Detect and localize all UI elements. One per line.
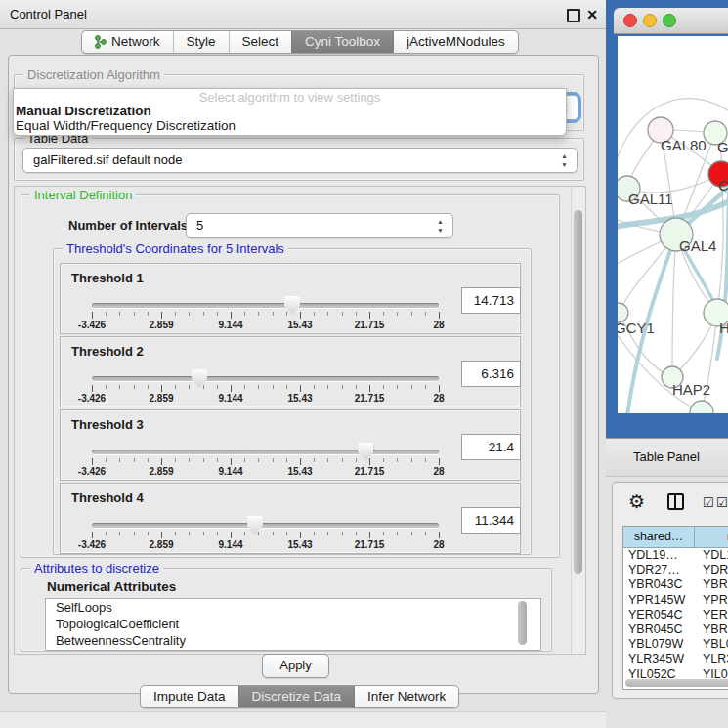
threshold-value[interactable]: 14.713 <box>461 287 521 314</box>
algorithm-option-equal-width[interactable]: Equal Width/Frequency Discretization <box>16 118 236 133</box>
slider-track[interactable] <box>92 303 439 308</box>
zoom-traffic-light[interactable] <box>664 15 676 27</box>
table-row[interactable]: YBR043CYBR0 <box>623 578 728 592</box>
panel-footer <box>0 711 606 728</box>
node-label: HAP2 <box>672 381 710 398</box>
table-cell: YDR2 <box>699 563 728 578</box>
column-header-shared-name[interactable]: shared… <box>623 527 695 547</box>
close-traffic-light[interactable] <box>624 15 637 27</box>
number-of-intervals-combo[interactable]: 5 ▲▼ <box>186 213 453 238</box>
right-panel: GAL80 GA C GAL11 GAL4 GCY1 H HAP2 Table … <box>606 0 728 728</box>
tab-label: jActiveMNodules <box>407 31 505 53</box>
control-panel-titlebar: Control Panel ✕ <box>0 0 606 29</box>
slider-track[interactable] <box>92 376 439 381</box>
screenshot-root: Control Panel ✕ Network Style Select Cyn… <box>0 0 728 728</box>
float-window-icon[interactable] <box>567 9 580 22</box>
bottom-tab-bar: Impute Data Discretize Data Infer Networ… <box>140 685 459 708</box>
attributes-scrollbar[interactable] <box>518 601 527 645</box>
tab-style[interactable]: Style <box>173 31 229 53</box>
threshold-box: Threshold 1 -3.4262.8599.14415.4321.7152… <box>60 263 521 334</box>
table-row[interactable]: YER054CYER0 <box>623 608 728 622</box>
attribute-item[interactable]: BetweennessCentrality <box>46 632 540 649</box>
group-title: Threshold's Coordinates for 5 Intervals <box>63 241 288 256</box>
table-data-combo[interactable]: galFiltered.sif default node ▲▼ <box>22 148 578 173</box>
table-cell: YBR0 <box>699 578 728 592</box>
columns-icon[interactable] <box>667 493 684 510</box>
threshold-slider[interactable]: -3.4262.8599.14415.4321.71528 <box>92 376 439 406</box>
table-panel-titlebar: Table Panel <box>606 439 728 477</box>
threshold-slider[interactable]: -3.4262.8599.14415.4321.71528 <box>92 303 439 332</box>
attribute-item[interactable]: TopologicalCoefficient <box>46 616 540 632</box>
minimize-traffic-light[interactable] <box>644 15 657 27</box>
traffic-lights <box>614 8 692 33</box>
threshold-box: Threshold 2 -3.4262.8599.14415.4321.7152… <box>60 336 521 407</box>
interval-definition-group: Interval Definition Number of Intervals … <box>21 194 560 558</box>
network-window-titlebar <box>614 8 728 34</box>
tab-infer-network[interactable]: Infer Network <box>354 686 458 707</box>
control-panel: Control Panel ✕ Network Style Select Cyn… <box>0 0 606 728</box>
tab-jactivemnodules[interactable]: jActiveMNodules <box>393 31 518 53</box>
table-row[interactable]: YBL079WYBL0 <box>623 637 728 652</box>
table-row[interactable]: YLR345WYLR3 <box>623 652 728 666</box>
tab-discretize-data[interactable]: Discretize Data <box>238 686 355 707</box>
tab-network[interactable]: Network <box>82 31 173 53</box>
table-cell: YDL1 <box>699 548 728 563</box>
threshold-slider[interactable]: -3.4262.8599.14415.4321.71528 <box>92 523 439 552</box>
table-row[interactable]: YBR045CYBR0 <box>623 622 728 637</box>
table-cell: YBR045C <box>623 622 699 637</box>
network-canvas[interactable]: GAL80 GA C GAL11 GAL4 GCY1 H HAP2 <box>618 36 728 413</box>
threshold-slider[interactable]: -3.4262.8599.14415.4321.71528 <box>92 450 439 479</box>
tab-label: Select <box>242 31 279 53</box>
node-label: GA <box>717 139 728 155</box>
attribute-item[interactable]: SelfLoops <box>46 599 540 616</box>
tab-impute-data[interactable]: Impute Data <box>141 686 238 707</box>
table-data-group: Table Data galFiltered.sif default node … <box>14 138 584 181</box>
table-cell: YPR145W <box>623 593 699 608</box>
apply-button[interactable]: Apply <box>262 654 329 678</box>
tab-label: Discretize Data <box>252 686 342 707</box>
table-row[interactable]: YDL19…YDL1 <box>623 548 728 563</box>
table-cell: YDR27… <box>623 563 699 578</box>
slider-ticks <box>92 384 439 392</box>
checkbox-icon[interactable]: ☑ <box>703 496 714 509</box>
node-label: C <box>718 177 728 193</box>
vertical-scrollbar[interactable] <box>571 187 585 654</box>
gear-icon[interactable]: ⚙ <box>628 491 645 514</box>
threshold-label: Threshold 2 <box>71 344 144 359</box>
horizontal-scrollbar[interactable] <box>625 679 728 687</box>
column-header-name[interactable]: n <box>695 527 728 547</box>
slider-track[interactable] <box>92 450 439 454</box>
tab-cyni-toolbox[interactable]: Cyni Toolbox <box>291 31 393 53</box>
threshold-value[interactable]: 11.344 <box>461 507 521 534</box>
tab-label: Infer Network <box>367 686 446 707</box>
group-title: Discretization Algorithm <box>23 67 164 82</box>
node-table: shared… n YDL19…YDL1YDR27…YDR2YBR043CYBR… <box>622 526 728 690</box>
algorithm-option-manual[interactable]: Manual Discretization <box>16 104 151 118</box>
table-row[interactable]: YDR27…YDR2 <box>623 563 728 578</box>
slider-ticks <box>92 311 439 319</box>
node-bottom-partial[interactable] <box>690 401 713 413</box>
table-panel: Table Panel ⚙ ☑ ☑ shared… n YDL19…YDL1YD… <box>606 438 728 728</box>
tab-select[interactable]: Select <box>229 31 292 53</box>
threshold-label: Threshold 3 <box>71 417 144 432</box>
thresholds-group: Threshold's Coordinates for 5 Intervals … <box>53 248 532 555</box>
table-cell: YBL079W <box>623 637 699 652</box>
node-label: GAL11 <box>628 191 673 207</box>
close-icon[interactable]: ✕ <box>584 5 600 24</box>
threshold-value[interactable]: 21.4 <box>461 434 521 460</box>
table-body: YDL19…YDL1YDR27…YDR2YBR043CYBR0YPR145WYP… <box>623 548 728 682</box>
threshold-box: Threshold 3 -3.4262.8599.14415.4321.7152… <box>60 409 521 481</box>
scrollbar-thumb[interactable] <box>574 210 582 574</box>
table-cell: YER054C <box>623 608 699 622</box>
slider-ticklabels: -3.4262.8599.14415.4321.71528 <box>92 539 439 551</box>
algorithm-dropdown-popup: Select algorithm to view settings Manual… <box>13 88 567 136</box>
slider-track[interactable] <box>92 523 439 528</box>
threshold-value[interactable]: 6.316 <box>461 361 521 387</box>
slider-ticklabels: -3.4262.8599.14415.4321.71528 <box>92 466 439 478</box>
table-row[interactable]: YPR145WYPR1 <box>623 593 728 608</box>
top-tab-bar: Network Style Select Cyni Toolbox jActiv… <box>81 30 519 54</box>
numerical-attributes-list[interactable]: SelfLoopsTopologicalCoefficientBetweenne… <box>45 598 541 651</box>
table-cell: YPR1 <box>699 593 728 608</box>
table-cell: YER0 <box>699 608 728 622</box>
checkbox-icon[interactable]: ☑ <box>716 496 728 509</box>
